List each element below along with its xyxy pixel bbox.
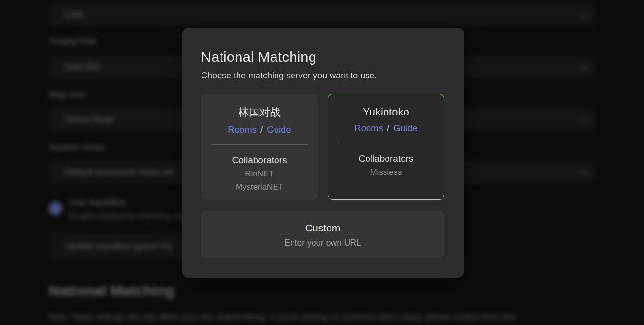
guide-link[interactable]: Guide <box>267 124 291 134</box>
server-card-linguo[interactable]: 林国对战 Rooms / Guide Collaborators RinNET … <box>201 94 318 200</box>
server-name: 林国对战 <box>201 105 318 120</box>
collaborators-heading: Collaborators <box>201 155 318 166</box>
collaborator-name: RinNET <box>201 169 318 179</box>
dialog-subtitle: Choose the matching server you want to u… <box>201 71 377 81</box>
server-card-yukiotoko[interactable]: Yukiotoko Rooms / Guide Collaborators Mi… <box>328 94 444 200</box>
app-window: LINK Trophy/Title SAKURA Map icon Shrine… <box>0 0 644 325</box>
rooms-link[interactable]: Rooms <box>354 123 383 133</box>
card-divider <box>338 143 434 143</box>
collaborator-name: Missless <box>328 168 444 177</box>
dialog-title: National Matching <box>201 49 316 65</box>
custom-card-title: Custom <box>201 222 444 234</box>
collaborators-heading: Collaborators <box>328 153 444 164</box>
custom-server-card[interactable]: Custom Enter your own URL <box>201 211 444 258</box>
custom-card-subtitle: Enter your own URL <box>201 238 444 248</box>
guide-link[interactable]: Guide <box>393 123 417 133</box>
link-separator: / <box>386 123 391 133</box>
server-name: Yukiotoko <box>328 106 444 118</box>
national-matching-dialog: National Matching Choose the matching se… <box>182 28 464 278</box>
server-links: Rooms / Guide <box>328 123 444 134</box>
card-divider <box>211 144 308 145</box>
server-links: Rooms / Guide <box>201 124 318 135</box>
link-separator: / <box>259 124 264 134</box>
rooms-link[interactable]: Rooms <box>228 124 257 134</box>
collaborator-name: MysteriaNET <box>201 182 318 192</box>
